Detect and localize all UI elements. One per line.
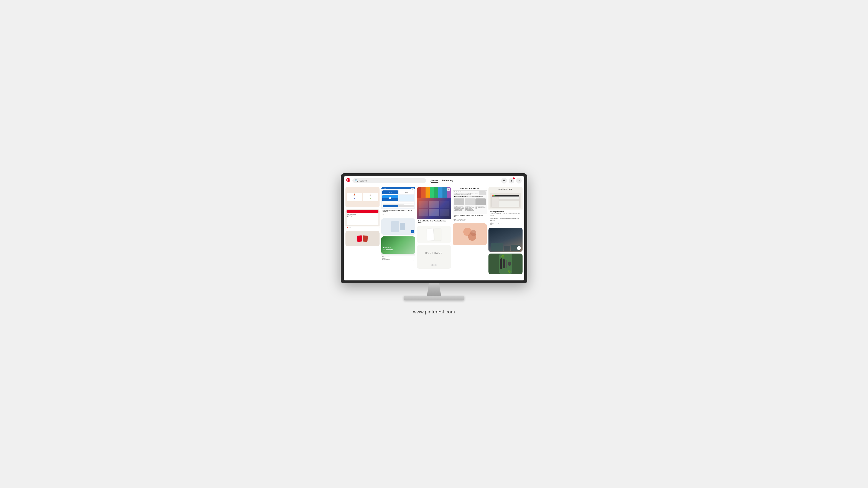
nav-icons: ···: [501, 178, 522, 184]
pinterest-app: 🔍 Home Following: [344, 176, 524, 281]
pin-interior[interactable]: +: [489, 228, 523, 252]
pin-squarespace[interactable]: SQUARESPACE: [489, 187, 523, 226]
pin-rockhaus[interactable]: ROCKHAUS: [417, 245, 451, 269]
pinterest-logo[interactable]: [346, 178, 350, 183]
url-bar: www.pinterest.com: [413, 309, 455, 315]
pin-item[interactable]: [345, 231, 379, 246]
pin-save[interactable]: +: [517, 246, 521, 250]
top-nav: 🔍 Home Following: [344, 176, 524, 185]
monitor-stand-base: [404, 296, 464, 300]
pin-menu[interactable]: ···: [411, 188, 414, 191]
more-icon: ···: [518, 180, 520, 182]
messages-button[interactable]: [501, 178, 507, 184]
rockhaus-sub: [417, 261, 451, 269]
nav-following[interactable]: Following: [441, 178, 455, 183]
notification-badge: [513, 177, 515, 179]
pin-bcs-person[interactable]: 01: [381, 219, 415, 235]
search-input[interactable]: [359, 180, 424, 182]
pin-item[interactable]: 🍎Item 🥕Item 🫐Item 🌿Item: [345, 187, 379, 207]
pin-cosmetics[interactable]: 🌿 🌿: [489, 254, 523, 274]
monitor-screen: 🔍 Home Following: [344, 176, 524, 281]
pin-epoch[interactable]: THE EPOCH TIMES Main Headline Story Lore…: [453, 187, 487, 222]
pin-green-gradient[interactable]: Time is ofthe essence We focus onquality…: [381, 236, 415, 261]
nav-links: Home Following: [430, 178, 455, 183]
nav-home[interactable]: Home: [430, 178, 439, 183]
pin-item[interactable]: Some text content hereMore info belowAdd…: [345, 209, 379, 229]
pin-bcs[interactable]: 5 000 ₽ Balance: [381, 187, 415, 217]
pin-flat-colors[interactable]: 8 Beautiful Flat Color Palettes For Your…: [417, 187, 451, 224]
search-bar[interactable]: 🔍: [352, 178, 426, 183]
rockhaus-text: ROCKHAUS: [417, 245, 451, 261]
squarespace-logo: SQUARESPACE: [490, 189, 521, 190]
pin-grid-container[interactable]: 🍎Item 🥕Item 🫐Item 🌿Item: [344, 185, 524, 281]
monitor-stand-neck: [425, 283, 443, 296]
more-button[interactable]: ···: [516, 178, 522, 184]
pin-book[interactable]: [417, 226, 451, 243]
pin-grid: 🍎Item 🥕Item 🫐Item 🌿Item: [345, 187, 523, 274]
search-icon: 🔍: [355, 179, 358, 182]
scene: 🔍 Home Following: [336, 173, 532, 315]
notifications-button[interactable]: [509, 178, 514, 184]
monitor-frame: 🔍 Home Following: [341, 173, 527, 283]
pin-salmon[interactable]: [453, 223, 487, 245]
